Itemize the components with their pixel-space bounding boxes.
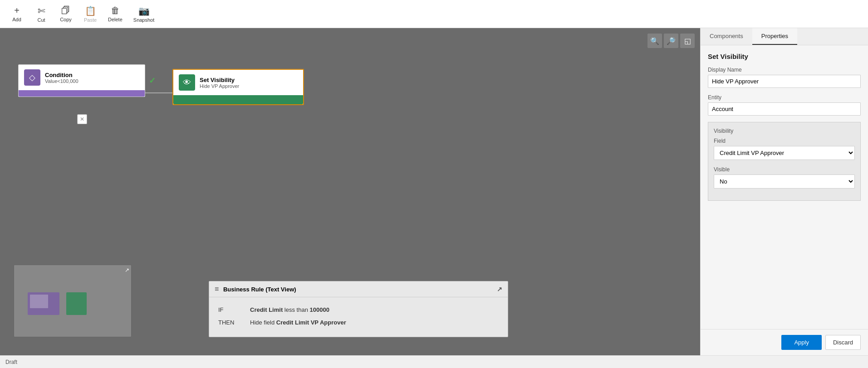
delete-label: Delete	[108, 17, 123, 22]
condition-node-title: Condition	[45, 72, 78, 78]
zoom-in-button[interactable]: 🔎	[664, 34, 678, 48]
br-then-action: Hide field	[250, 319, 275, 326]
condition-node-text: Condition Value<100,000	[45, 72, 78, 84]
mini-map-visibility	[66, 292, 87, 315]
copy-button[interactable]: 🗍 Copy	[54, 4, 77, 24]
visibility-node-subtitle: Hide VP Approver	[200, 83, 239, 89]
br-then-field: Credit Limit VP Approver	[276, 319, 346, 326]
panel-footer: Apply Discard	[701, 329, 868, 355]
x-mark[interactable]: ✕	[77, 114, 87, 124]
business-rule-icon: ≡	[215, 285, 219, 293]
zoom-out-icon: 🔍	[650, 37, 659, 45]
add-label: Add	[12, 17, 21, 22]
display-name-field: Display Name	[708, 67, 861, 88]
status-bar: Draft	[0, 355, 868, 368]
copy-icon: 🗍	[61, 5, 70, 16]
properties-panel: Components Properties Set Visibility Dis…	[700, 28, 868, 355]
condition-node-footer	[19, 90, 145, 97]
visible-label: Visible	[714, 166, 855, 173]
snapshot-button[interactable]: 📷 Snapshot	[129, 4, 159, 24]
visibility-node-text: Set Visibility Hide VP Approver	[200, 77, 239, 89]
display-name-label: Display Name	[708, 67, 861, 73]
draft-status: Draft	[5, 359, 17, 365]
copy-label: Copy	[60, 17, 72, 22]
visibility-node[interactable]: 👁 Set Visibility Hide VP Approver	[172, 69, 304, 105]
zoom-in-icon: 🔎	[667, 37, 676, 45]
paste-button[interactable]: 📋 Paste	[79, 4, 102, 24]
visibility-section: Visibility Field Credit Limit VP Approve…	[708, 122, 861, 201]
add-button[interactable]: + Add	[5, 4, 28, 24]
mini-map: ↗	[14, 265, 132, 337]
delete-button[interactable]: 🗑 Delete	[103, 4, 127, 24]
zoom-out-button[interactable]: 🔍	[647, 34, 662, 48]
mini-map-condition	[28, 292, 59, 315]
visibility-node-header: 👁 Set Visibility Hide VP Approver	[173, 70, 303, 95]
br-if-operator: less than	[284, 306, 310, 313]
visibility-node-footer	[173, 95, 303, 104]
discard-label: Discard	[833, 339, 853, 346]
tab-properties[interactable]: Properties	[752, 28, 797, 45]
main-layout: 🔍 🔎 ◱ ◇ Condition Value<100,000	[0, 28, 868, 355]
snapshot-label: Snapshot	[133, 17, 154, 23]
mini-map-condition-inner	[30, 295, 48, 308]
br-then-keyword: THEN	[218, 317, 241, 328]
add-icon: +	[14, 5, 20, 16]
business-rule-expand-btn[interactable]: ↗	[497, 286, 502, 293]
panel-tabs: Components Properties	[701, 28, 868, 45]
br-if-content: Credit Limit less than 100000	[250, 305, 329, 315]
mini-map-expand[interactable]: ↗	[125, 267, 129, 273]
condition-node-header: ◇ Condition Value<100,000	[19, 65, 145, 90]
visible-select[interactable]: No Yes	[714, 174, 855, 189]
br-if-field: Credit Limit	[250, 306, 283, 313]
panel-body: Set Visibility Display Name Entity Visib…	[701, 45, 868, 329]
entity-input[interactable]	[708, 102, 861, 116]
cut-label: Cut	[37, 17, 45, 23]
discard-button[interactable]: Discard	[825, 335, 861, 350]
tab-components-label: Components	[710, 33, 743, 39]
visibility-node-title: Set Visibility	[200, 77, 239, 83]
business-rule-title: Business Rule (Text View)	[223, 286, 296, 293]
br-if-row: IF Credit Limit less than 100000	[218, 305, 499, 315]
check-mark: ✓	[149, 76, 156, 86]
fit-button[interactable]: ◱	[680, 34, 695, 48]
snapshot-icon: 📷	[138, 5, 150, 16]
business-rule-panel: ≡ Business Rule (Text View) ↗ IF Credit …	[209, 281, 508, 337]
visible-select-field: Visible No Yes	[714, 166, 855, 189]
visibility-node-icon: 👁	[179, 74, 195, 91]
tab-properties-label: Properties	[761, 33, 788, 39]
paste-icon: 📋	[85, 5, 96, 16]
business-rule-title-row: ≡ Business Rule (Text View)	[215, 285, 296, 293]
fit-icon: ◱	[684, 37, 691, 45]
canvas-controls: 🔍 🔎 ◱	[647, 34, 695, 48]
br-if-value: 100000	[310, 306, 329, 313]
apply-button[interactable]: Apply	[781, 335, 822, 350]
br-if-keyword: IF	[218, 305, 241, 315]
cut-button[interactable]: ✄ Cut	[30, 4, 53, 24]
entity-label: Entity	[708, 94, 861, 101]
panel-section-title: Set Visibility	[708, 53, 861, 60]
business-rule-body: IF Credit Limit less than 100000 THEN Hi…	[209, 297, 508, 337]
entity-field: Entity	[708, 94, 861, 116]
display-name-input[interactable]	[708, 75, 861, 88]
visibility-section-title: Visibility	[714, 128, 855, 134]
condition-node-subtitle: Value<100,000	[45, 78, 78, 84]
condition-node[interactable]: ◇ Condition Value<100,000 ✓	[18, 64, 145, 97]
br-then-row: THEN Hide field Credit Limit VP Approver	[218, 317, 499, 328]
delete-icon: 🗑	[111, 5, 120, 16]
business-rule-header: ≡ Business Rule (Text View) ↗	[209, 281, 508, 297]
cut-icon: ✄	[38, 5, 45, 16]
canvas-area[interactable]: 🔍 🔎 ◱ ◇ Condition Value<100,000	[0, 28, 700, 355]
condition-node-icon: ◇	[24, 69, 40, 86]
paste-label: Paste	[84, 17, 97, 23]
field-label: Field	[714, 138, 855, 144]
br-then-content: Hide field Credit Limit VP Approver	[250, 317, 346, 328]
toolbar: + Add ✄ Cut 🗍 Copy 📋 Paste 🗑 Delete 📷 Sn…	[0, 0, 868, 28]
apply-label: Apply	[794, 339, 809, 346]
field-select[interactable]: Credit Limit VP Approver Credit Limit Ac…	[714, 146, 855, 160]
tab-components[interactable]: Components	[701, 28, 752, 45]
field-select-field: Field Credit Limit VP Approver Credit Li…	[714, 138, 855, 160]
